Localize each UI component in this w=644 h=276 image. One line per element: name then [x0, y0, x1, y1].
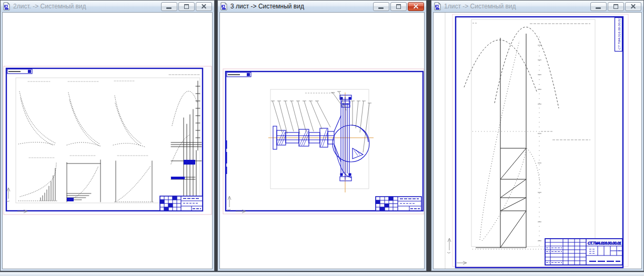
page-boundary	[4, 66, 212, 214]
maximize-button[interactable]	[608, 2, 624, 11]
sheet-frame	[6, 68, 203, 211]
drawing-document-icon	[434, 2, 441, 11]
maximize-button[interactable]	[390, 2, 407, 11]
minimize-icon	[378, 7, 384, 9]
bottom-panel	[0, 272, 644, 276]
leader-lines	[271, 91, 371, 152]
maximize-icon	[184, 4, 189, 9]
graph-bottom-2	[67, 156, 100, 202]
doc-number-vertical: СТ.ТМ4.016.00.00.01	[617, 18, 621, 49]
nomogram	[171, 81, 202, 196]
minimize-icon	[596, 7, 601, 9]
window-title: 1лист -> Системный вид	[444, 3, 589, 10]
maximize-button[interactable]	[178, 2, 195, 11]
traction-chart	[464, 19, 595, 249]
graph-top-2	[67, 81, 100, 146]
minimize-icon	[166, 7, 172, 9]
drawing-canvas-sheet1[interactable]: СТ.ТМ4.016.00.00.01	[433, 12, 642, 269]
title-block	[160, 196, 203, 211]
graph-top-3	[113, 81, 146, 147]
graph-top-1	[18, 81, 55, 145]
page-boundary	[223, 69, 424, 214]
window-sheet2[interactable]: 2лист. -> Системный вид	[0, 0, 215, 271]
titlebar-sheet1[interactable]: 1лист -> Системный вид	[431, 1, 643, 12]
minimize-button[interactable]	[590, 2, 607, 11]
window-sheet3[interactable]: 3 лист -> Системный вид	[217, 0, 427, 271]
window-title: 3 лист -> Системный вид	[230, 3, 372, 10]
graph-bottom-1	[18, 158, 58, 201]
close-button[interactable]	[625, 2, 641, 11]
sheet-frame	[225, 71, 423, 211]
sheet-frame: СТ.ТМ4.016.00.00.01	[456, 17, 623, 268]
minimize-button[interactable]	[161, 2, 177, 11]
title-block: СТ.ТМ4.016.00.00.01	[545, 239, 622, 265]
graph-bottom-3	[115, 156, 154, 202]
origin-marker	[6, 188, 27, 213]
title-block	[376, 197, 421, 211]
close-button[interactable]	[408, 2, 424, 11]
origin-marker	[447, 238, 467, 264]
titlebar-sheet3[interactable]: 3 лист -> Системный вид	[218, 1, 426, 12]
drawing-canvas-sheet2[interactable]	[2, 12, 213, 269]
titlebar-sheet2[interactable]: 2лист. -> Системный вид	[1, 1, 214, 12]
window-sheet1[interactable]: 1лист -> Системный вид СТ.ТМ4.016.00.00.…	[431, 0, 644, 271]
graphs-region	[16, 75, 202, 203]
window-title: 2лист. -> Системный вид	[13, 3, 160, 10]
drawing-document-icon	[3, 2, 11, 11]
gear-steps	[476, 148, 526, 248]
close-button[interactable]	[196, 2, 212, 11]
doc-number-titleblock: СТ.ТМ4.016.00.00.01	[588, 241, 621, 245]
maximize-icon	[613, 4, 618, 9]
assembly-drawing	[268, 89, 374, 192]
mdi-workspace: 2лист. -> Системный вид	[0, 0, 644, 276]
drawing-document-icon	[220, 2, 228, 11]
drawing-canvas-sheet3[interactable]	[219, 12, 425, 269]
minimize-button[interactable]	[373, 2, 389, 11]
maximize-icon	[396, 4, 401, 9]
